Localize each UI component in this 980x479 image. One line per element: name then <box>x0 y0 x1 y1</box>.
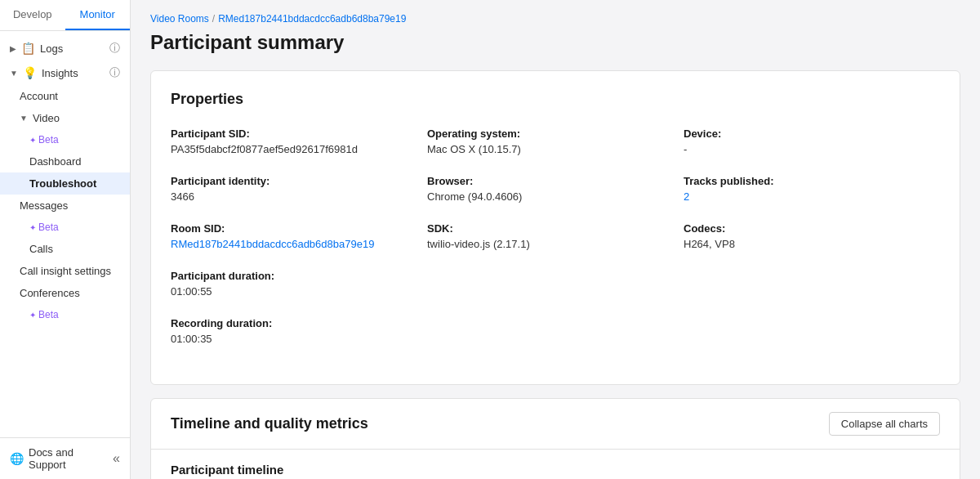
prop-participant-identity: Participant identity: 3466 <box>171 175 427 203</box>
prop-label-device: Device: <box>684 128 940 140</box>
chevron-down-icon-video: ▼ <box>20 114 28 123</box>
properties-col-1: Operating system: Mac OS X (10.15.7) Bro… <box>427 128 684 365</box>
prop-participant-duration: Participant duration: 01:00:55 <box>171 270 427 298</box>
prop-room-sid: Room SID: RMed187b2441bddacdcc6adb6d8ba7… <box>171 222 427 250</box>
breadcrumb-video-rooms[interactable]: Video Rooms <box>150 13 209 25</box>
sidebar-item-insights[interactable]: ▼ 💡 Insights ⓘ <box>0 60 130 85</box>
prop-value-browser: Chrome (94.0.4606) <box>427 190 684 203</box>
main-content: Video Rooms / RMed187b2441bddacdcc6adb6d… <box>131 0 980 479</box>
sidebar-item-beta-video[interactable]: Beta <box>0 129 130 150</box>
prop-tracks-published: Tracks published: 2 <box>684 175 940 203</box>
docs-and-support[interactable]: 🌐 Docs and Support « <box>0 437 130 479</box>
prop-value-sdk: twilio-video.js (2.17.1) <box>427 238 684 250</box>
prop-value-participant-sid: PA35f5dabcf2f0877aef5ed92617f6981d <box>171 143 427 155</box>
sidebar: Develop Monitor ▶ 📋 Logs ⓘ ▼ 💡 Insights … <box>0 0 131 479</box>
prop-device: Device: - <box>684 128 940 155</box>
sidebar-item-label: Video <box>33 112 60 124</box>
prop-label-browser: Browser: <box>427 175 684 187</box>
properties-col-2: Device: - Tracks published: 2 Codecs: H2… <box>684 128 940 365</box>
prop-browser: Browser: Chrome (94.0.4606) <box>427 175 684 203</box>
sidebar-item-label: Conferences <box>20 287 80 299</box>
sidebar-item-beta-conferences[interactable]: Beta <box>0 304 130 325</box>
page-title: Participant summary <box>150 31 960 54</box>
prop-label-os: Operating system: <box>427 128 684 140</box>
collapse-sidebar-button[interactable]: « <box>113 451 120 466</box>
timeline-card: Timeline and quality metrics Collapse al… <box>150 398 960 479</box>
prop-value-os: Mac OS X (10.15.7) <box>427 143 684 155</box>
prop-value-recording-duration: 01:00:35 <box>171 333 427 345</box>
room-sid-link[interactable]: RMed187b2441bddacdcc6adb6d8ba79e19 <box>171 238 374 250</box>
prop-label-participant-identity: Participant identity: <box>171 175 427 187</box>
tracks-published-link[interactable]: 2 <box>684 190 689 203</box>
prop-label-recording-duration: Recording duration: <box>171 317 427 329</box>
prop-participant-sid: Participant SID: PA35f5dabcf2f0877aef5ed… <box>171 128 427 155</box>
participant-timeline-section: Participant timeline <box>151 450 960 479</box>
tab-develop[interactable]: Develop <box>0 0 65 30</box>
prop-value-codecs: H264, VP8 <box>684 238 940 250</box>
sidebar-item-logs[interactable]: ▶ 📋 Logs ⓘ <box>0 36 130 60</box>
sidebar-item-label: Call insight settings <box>20 265 111 277</box>
sidebar-item-label: Messages <box>20 199 68 212</box>
insights-icon: 💡 <box>23 66 37 79</box>
sidebar-item-label: Troubleshoot <box>29 177 96 190</box>
prop-value-device: - <box>684 143 940 155</box>
sidebar-item-messages[interactable]: Messages <box>0 195 130 217</box>
breadcrumb-room-id[interactable]: RMed187b2441bddacdcc6adb6d8ba79e19 <box>218 13 406 25</box>
info-icon: ⓘ <box>109 41 120 56</box>
sidebar-item-label: Calls <box>29 243 53 255</box>
sidebar-item-label: Insights <box>42 67 78 79</box>
beta-badge-messages: Beta <box>29 222 59 233</box>
prop-label-participant-duration: Participant duration: <box>171 270 427 282</box>
breadcrumb-separator: / <box>212 13 215 25</box>
participant-timeline-title: Participant timeline <box>171 463 940 477</box>
prop-operating-system: Operating system: Mac OS X (10.15.7) <box>427 128 684 155</box>
prop-label-tracks: Tracks published: <box>684 175 940 187</box>
chevron-down-icon: ▼ <box>10 69 18 78</box>
docs-icon: 🌐 <box>10 452 24 465</box>
sidebar-item-troubleshoot[interactable]: Troubleshoot <box>0 172 130 195</box>
sidebar-section-nav: ▶ 📋 Logs ⓘ ▼ 💡 Insights ⓘ Account ▼ Vide… <box>0 31 130 330</box>
properties-card: Properties Participant SID: PA35f5dabcf2… <box>150 70 960 385</box>
chevron-right-icon: ▶ <box>10 44 16 53</box>
sidebar-tabs: Develop Monitor <box>0 0 130 31</box>
prop-label-codecs: Codecs: <box>684 222 940 235</box>
logs-icon: 📋 <box>21 42 35 55</box>
properties-col-0: Participant SID: PA35f5dabcf2f0877aef5ed… <box>171 128 427 365</box>
sidebar-item-label: Logs <box>40 43 63 55</box>
sidebar-item-calls[interactable]: Calls <box>0 238 130 260</box>
properties-grid: Participant SID: PA35f5dabcf2f0877aef5ed… <box>171 128 940 365</box>
prop-value-tracks: 2 <box>684 190 940 203</box>
beta-badge-conferences: Beta <box>29 309 59 320</box>
prop-value-room-sid: RMed187b2441bddacdcc6adb6d8ba79e19 <box>171 238 427 250</box>
sidebar-item-account[interactable]: Account <box>0 85 130 107</box>
prop-sdk: SDK: twilio-video.js (2.17.1) <box>427 222 684 250</box>
prop-value-participant-identity: 3466 <box>171 190 427 203</box>
properties-title: Properties <box>171 91 940 108</box>
prop-codecs: Codecs: H264, VP8 <box>684 222 940 250</box>
sidebar-item-beta-messages[interactable]: Beta <box>0 217 130 238</box>
timeline-card-title: Timeline and quality metrics <box>171 415 368 432</box>
breadcrumb: Video Rooms / RMed187b2441bddacdcc6adb6d… <box>150 13 960 25</box>
sidebar-item-dashboard[interactable]: Dashboard <box>0 150 130 172</box>
prop-label-room-sid: Room SID: <box>171 222 427 235</box>
sidebar-item-conferences[interactable]: Conferences <box>0 282 130 304</box>
sidebar-item-label: Account <box>20 90 58 102</box>
sidebar-item-video[interactable]: ▼ Video <box>0 107 130 129</box>
beta-badge-video: Beta <box>29 134 59 145</box>
prop-value-participant-duration: 01:00:55 <box>171 285 427 298</box>
tab-monitor[interactable]: Monitor <box>65 0 131 30</box>
docs-label: Docs and Support <box>29 446 108 471</box>
prop-label-sdk: SDK: <box>427 222 684 235</box>
prop-label-participant-sid: Participant SID: <box>171 128 427 140</box>
prop-recording-duration: Recording duration: 01:00:35 <box>171 317 427 345</box>
collapse-all-charts-button[interactable]: Collapse all charts <box>829 412 940 436</box>
timeline-card-header: Timeline and quality metrics Collapse al… <box>151 399 960 450</box>
sidebar-item-call-insight-settings[interactable]: Call insight settings <box>0 260 130 282</box>
sidebar-item-label: Dashboard <box>29 155 82 168</box>
info-icon-insights: ⓘ <box>109 65 120 80</box>
